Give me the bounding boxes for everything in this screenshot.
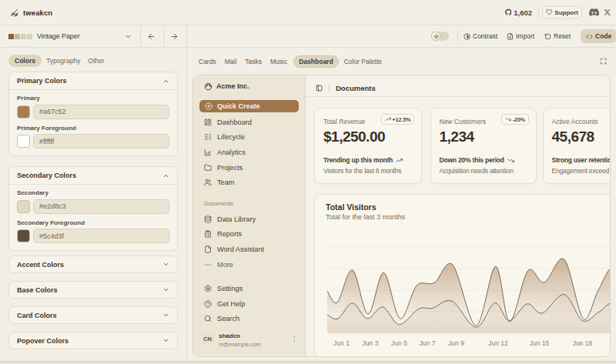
svg-text:Jun 1: Jun 1	[333, 339, 350, 347]
svg-text:Jun 7: Jun 7	[420, 339, 436, 347]
svg-text:Jun 3: Jun 3	[363, 339, 379, 347]
svg-text:Jun 15: Jun 15	[530, 339, 550, 347]
svg-text:Jun 12: Jun 12	[488, 339, 508, 347]
svg-text:Jun 9: Jun 9	[448, 339, 464, 347]
svg-text:Jun 5: Jun 5	[391, 339, 407, 347]
svg-text:Jun 18: Jun 18	[573, 339, 593, 347]
